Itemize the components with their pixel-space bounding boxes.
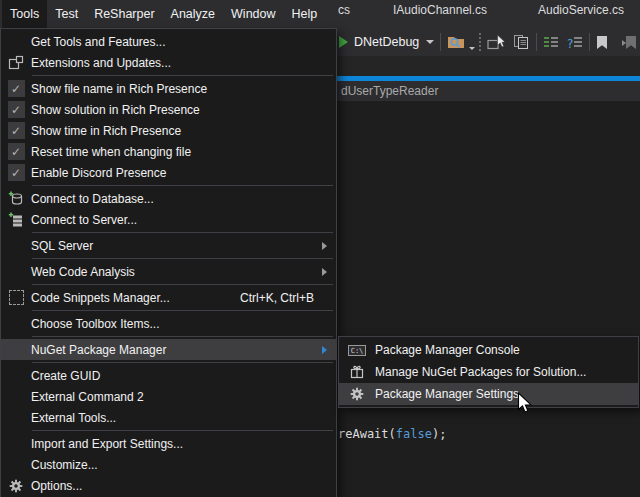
menu-item-manage-nuget-packages-for-solution[interactable]: Manage NuGet Packages for Solution... — [339, 361, 638, 383]
menu-separator — [32, 336, 333, 337]
server-add-icon — [8, 212, 24, 228]
code-line: reAwait(false); — [338, 427, 446, 441]
menu-separator — [32, 185, 333, 186]
menu-separator — [32, 284, 333, 285]
navigate-to-icon — [487, 34, 506, 51]
menu-item-import-and-export-settings[interactable]: Import and Export Settings... — [1, 433, 336, 454]
menubar-item-tools[interactable]: Tools — [2, 0, 47, 28]
menu-item-show-file-name-in-rich-presence[interactable]: ✓ Show file name in Rich Presence — [1, 78, 336, 99]
menu-item-reset-time-when-changing-file[interactable]: ✓ Reset time when changing file — [1, 141, 336, 162]
menu-item-create-guid[interactable]: Create GUID — [1, 365, 336, 386]
menubar-item-resharper[interactable]: ReSharper — [86, 0, 162, 28]
shortcut-label: Ctrl+K, Ctrl+B — [240, 291, 314, 305]
menu-item-web-code-analysis[interactable]: Web Code Analysis — [1, 261, 336, 282]
copy-lines-icon — [513, 34, 530, 50]
submenu-arrow-icon — [322, 268, 327, 276]
toolbar-separator — [440, 33, 441, 51]
tab-iaudiochannel[interactable]: IAudioChannel.cs — [393, 0, 487, 20]
menu-item-customize[interactable]: Customize... — [1, 454, 336, 475]
submenu-arrow-icon — [322, 242, 327, 250]
start-debug-button[interactable] — [337, 36, 348, 48]
comment-lines-button[interactable] — [543, 35, 559, 49]
checkmark-icon: ✓ — [8, 101, 25, 118]
toolbar-grip-handle[interactable] — [479, 33, 481, 51]
extensions-icon — [8, 55, 24, 71]
menubar-item-test[interactable]: Test — [47, 0, 86, 28]
checkmark-icon: ✓ — [8, 80, 25, 97]
navigate-to-button[interactable] — [487, 34, 506, 51]
menu-item-nuget-package-manager[interactable]: NuGet Package Manager — [1, 339, 336, 360]
menu-item-package-manager-settings[interactable]: Package Manager Settings — [339, 383, 638, 405]
package-icon — [349, 364, 365, 380]
menu-item-connect-to-database[interactable]: Connect to Database... — [1, 188, 336, 209]
database-add-icon — [8, 191, 24, 207]
checkmark-icon: ✓ — [8, 164, 25, 181]
menu-separator — [32, 430, 333, 431]
toolbar-separator — [589, 33, 590, 51]
menu-item-connect-to-server[interactable]: Connect to Server... — [1, 209, 336, 230]
menu-item-options[interactable]: Options... — [1, 475, 336, 496]
checkmark-icon: ✓ — [8, 143, 25, 160]
bookmark-icon — [596, 35, 608, 50]
chevron-down-icon — [426, 40, 434, 44]
toolbar-separator — [536, 33, 537, 51]
menu-item-extensions-and-updates[interactable]: Extensions and Updates... — [1, 52, 336, 73]
console-icon: C:\ — [348, 345, 367, 356]
menu-item-get-tools-and-features[interactable]: Get Tools and Features... — [1, 31, 336, 52]
menu-item-enable-discord-presence[interactable]: ✓ Enable Discord Presence — [1, 162, 336, 183]
chevron-down-icon — [469, 47, 475, 50]
find-in-files-icon — [447, 34, 467, 50]
menu-separator — [32, 310, 333, 311]
menu-item-sql-server[interactable]: SQL Server — [1, 235, 336, 256]
menu-item-external-command-2[interactable]: External Command 2 — [1, 386, 336, 407]
uncomment-lines-button[interactable]: ? — [567, 35, 583, 49]
debug-target-label: DNetDebug — [354, 35, 419, 49]
menu-item-package-manager-console[interactable]: C:\ Package Manager Console — [339, 339, 638, 361]
mouse-cursor — [517, 392, 533, 414]
menubar-item-help[interactable]: Help — [284, 0, 326, 28]
copy-parameter-button[interactable] — [513, 34, 530, 50]
find-in-files-button[interactable] — [447, 34, 475, 50]
submenu-arrow-icon — [322, 346, 327, 354]
nuget-package-manager-submenu: C:\ Package Manager Console Manage NuGet… — [338, 336, 639, 408]
document-tab-bar — [337, 56, 640, 76]
gear-icon — [350, 387, 364, 401]
uncomment-lines-icon: ? — [567, 35, 583, 49]
comment-lines-icon — [543, 35, 559, 49]
menu-item-choose-toolbox-items[interactable]: Choose Toolbox Items... — [1, 313, 336, 334]
play-icon — [339, 36, 348, 48]
menu-item-external-tools[interactable]: External Tools... — [1, 407, 336, 428]
menu-separator — [32, 258, 333, 259]
standard-toolbar: DNetDebug — [337, 28, 640, 56]
toggle-bookmark-button[interactable] — [596, 35, 608, 50]
breadcrumb-type-dropdown[interactable]: dUserTypeReader — [341, 84, 438, 98]
menubar-item-window[interactable]: Window — [223, 0, 283, 28]
code-snippets-icon — [9, 290, 24, 305]
menu-item-show-solution-in-rich-presence[interactable]: ✓ Show solution in Rich Presence — [1, 99, 336, 120]
menubar-item-analyze[interactable]: Analyze — [163, 0, 223, 28]
menu-separator — [32, 75, 333, 76]
menu-separator — [32, 232, 333, 233]
visual-studio-window: Tools Test ReSharper Analyze Window Help… — [0, 0, 640, 497]
menu-item-show-time-in-rich-presence[interactable]: ✓ Show time in Rich Presence — [1, 120, 336, 141]
svg-text:?: ? — [567, 37, 573, 50]
menu-separator — [32, 362, 333, 363]
tools-menu: Get Tools and Features... Extensions and… — [0, 28, 337, 497]
checkmark-icon: ✓ — [8, 122, 25, 139]
next-bookmark-icon — [622, 35, 638, 50]
tab-audioservice[interactable]: AudioService.cs — [538, 0, 624, 20]
next-bookmark-button[interactable] — [622, 35, 638, 50]
menu-item-code-snippets-manager[interactable]: Code Snippets Manager... Ctrl+K, Ctrl+B — [1, 287, 336, 308]
gear-icon — [9, 479, 23, 493]
tab-truncated[interactable]: cs — [338, 0, 350, 20]
debug-target-dropdown[interactable]: DNetDebug — [348, 35, 434, 49]
